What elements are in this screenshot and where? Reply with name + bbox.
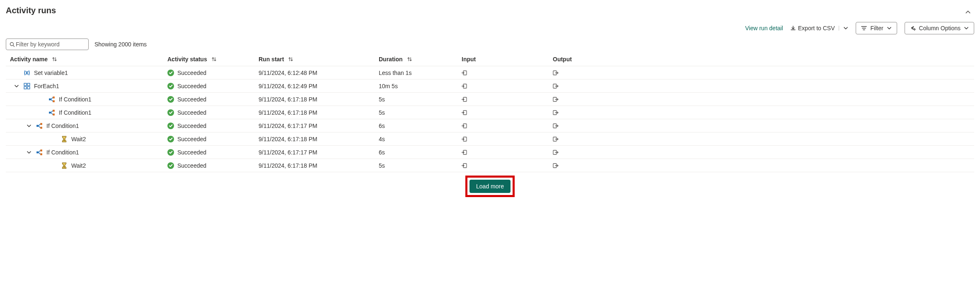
cell-input <box>462 83 553 89</box>
table-row[interactable]: ForEach1Succeeded9/11/2024, 6:12:49 PM10… <box>6 79 974 93</box>
success-icon <box>167 123 174 129</box>
activity-name-text: If Condition1 <box>46 149 79 156</box>
table-row[interactable]: If Condition1Succeeded9/11/2024, 6:17:18… <box>6 93 974 106</box>
output-icon[interactable] <box>553 110 559 116</box>
condition-icon <box>48 109 56 116</box>
filter-icon <box>861 25 867 31</box>
column-header-status-label: Activity status <box>167 56 207 63</box>
expand-toggle[interactable] <box>13 84 20 89</box>
input-icon[interactable] <box>462 123 467 129</box>
cell-duration: 10m 5s <box>379 83 462 89</box>
chevron-down-icon <box>887 26 892 31</box>
cell-activity-name: Wait2 <box>10 162 167 169</box>
cell-output <box>553 83 627 89</box>
input-icon[interactable] <box>462 163 467 169</box>
variable-icon <box>23 69 31 77</box>
cell-status: Succeeded <box>167 162 259 169</box>
output-icon[interactable] <box>553 83 559 89</box>
column-header-output-label: Output <box>553 56 572 63</box>
table-row[interactable]: If Condition1Succeeded9/11/2024, 6:17:17… <box>6 146 974 159</box>
cell-run-start: 9/11/2024, 6:17:18 PM <box>259 96 379 103</box>
sort-icon <box>211 57 217 62</box>
condition-icon <box>36 122 43 130</box>
output-icon[interactable] <box>553 136 559 142</box>
column-header-status[interactable]: Activity status <box>167 56 259 63</box>
cell-run-start: 9/11/2024, 6:17:18 PM <box>259 162 379 169</box>
view-run-detail-link[interactable]: View run detail <box>745 25 783 31</box>
input-icon[interactable] <box>462 136 467 142</box>
input-icon[interactable] <box>462 70 467 76</box>
status-text: Succeeded <box>177 149 206 156</box>
cell-run-start: 9/11/2024, 6:17:18 PM <box>259 109 379 116</box>
cell-input <box>462 123 553 129</box>
filter-button[interactable]: Filter <box>856 22 897 34</box>
cell-input <box>462 96 553 102</box>
cell-output <box>553 149 627 155</box>
highlight-annotation: Load more <box>465 176 515 197</box>
page-title: Activity runs <box>6 4 56 19</box>
output-icon[interactable] <box>553 163 559 169</box>
input-icon[interactable] <box>462 96 467 102</box>
cell-status: Succeeded <box>167 83 259 89</box>
success-icon <box>167 70 174 76</box>
column-header-start-label: Run start <box>259 56 284 63</box>
table-row[interactable]: Wait2Succeeded9/11/2024, 6:17:18 PM4s <box>6 132 974 146</box>
column-header-input[interactable]: Input <box>462 56 553 63</box>
output-icon[interactable] <box>553 123 559 129</box>
table-row[interactable]: If Condition1Succeeded9/11/2024, 6:17:18… <box>6 106 974 119</box>
input-icon[interactable] <box>462 83 467 89</box>
table-row[interactable]: Set variable1Succeeded9/11/2024, 6:12:48… <box>6 66 974 79</box>
column-header-start[interactable]: Run start <box>259 56 379 63</box>
expand-toggle[interactable] <box>26 150 32 155</box>
cell-duration: 5s <box>379 96 462 103</box>
cell-activity-name: Set variable1 <box>10 69 167 77</box>
sort-icon <box>52 57 57 62</box>
table-row[interactable]: Wait2Succeeded9/11/2024, 6:17:18 PM5s <box>6 159 974 172</box>
column-options-button[interactable]: Column Options <box>905 22 974 34</box>
cell-status: Succeeded <box>167 149 259 156</box>
input-icon[interactable] <box>462 149 467 155</box>
column-header-duration[interactable]: Duration <box>379 56 462 63</box>
cell-input <box>462 110 553 116</box>
cell-activity-name: If Condition1 <box>10 122 167 130</box>
success-icon <box>167 149 174 156</box>
export-csv-button[interactable]: Export to CSV <box>791 25 849 31</box>
status-text: Succeeded <box>177 70 206 76</box>
status-text: Succeeded <box>177 96 206 103</box>
column-header-name-label: Activity name <box>10 56 48 63</box>
filter-keyword-input[interactable] <box>15 41 85 48</box>
status-text: Succeeded <box>177 162 206 169</box>
output-icon[interactable] <box>553 96 559 102</box>
column-header-output[interactable]: Output <box>553 56 627 63</box>
success-icon <box>167 162 174 169</box>
column-header-name[interactable]: Activity name <box>10 56 167 63</box>
output-icon[interactable] <box>553 149 559 155</box>
table-row[interactable]: If Condition1Succeeded9/11/2024, 6:17:17… <box>6 119 974 132</box>
success-icon <box>167 96 174 103</box>
cell-activity-name: ForEach1 <box>10 82 167 90</box>
cell-output <box>553 136 627 142</box>
activity-name-text: If Condition1 <box>59 109 92 116</box>
status-text: Succeeded <box>177 136 206 142</box>
column-header-input-label: Input <box>462 56 476 63</box>
cell-activity-name: If Condition1 <box>10 149 167 156</box>
condition-icon <box>48 96 56 103</box>
activity-name-text: If Condition1 <box>46 123 79 129</box>
expand-toggle[interactable] <box>26 123 32 128</box>
cell-input <box>462 136 553 142</box>
search-icon <box>10 42 15 47</box>
cell-output <box>553 96 627 102</box>
export-csv-dropdown[interactable] <box>839 26 848 31</box>
output-icon[interactable] <box>553 70 559 76</box>
cell-duration: 5s <box>379 162 462 169</box>
table-body: Set variable1Succeeded9/11/2024, 6:12:48… <box>6 66 974 172</box>
cell-run-start: 9/11/2024, 6:12:48 PM <box>259 70 379 76</box>
load-more-button[interactable]: Load more <box>469 180 511 193</box>
status-text: Succeeded <box>177 83 206 89</box>
toolbar: View run detail Export to CSV Filter Col… <box>6 19 974 39</box>
cell-input <box>462 149 553 155</box>
collapse-panel-toggle[interactable] <box>962 7 974 17</box>
filter-keyword-input-wrap[interactable] <box>6 39 89 50</box>
input-icon[interactable] <box>462 110 467 116</box>
wait-icon <box>60 162 68 169</box>
